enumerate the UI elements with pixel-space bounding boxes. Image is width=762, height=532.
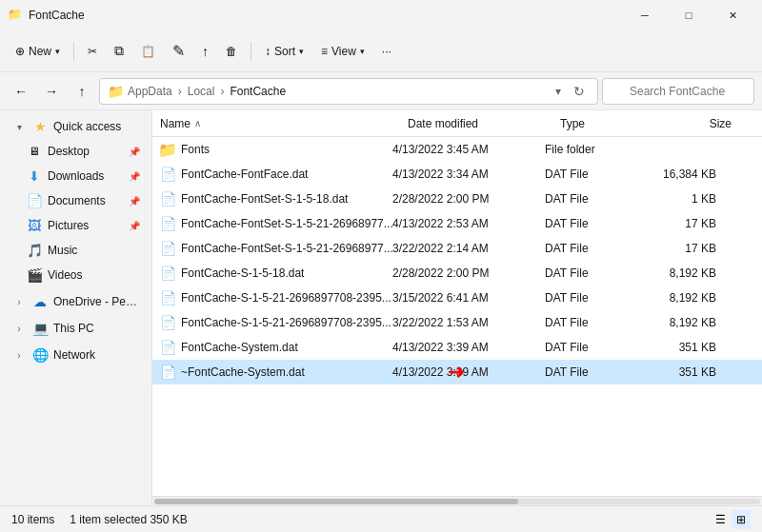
sidebar-desktop-label: Desktop — [48, 145, 123, 158]
minimize-button[interactable]: ─ — [623, 0, 667, 30]
column-header-type[interactable]: Type — [560, 117, 655, 130]
sidebar-item-music[interactable]: 🎵 Music — [4, 238, 148, 263]
close-button[interactable]: ✕ — [711, 0, 754, 30]
pictures-icon: 🖼 — [27, 218, 42, 233]
file-name: 📄 FontCache-S-1-5-21-2696897708-2395... — [160, 315, 392, 330]
table-row[interactable]: 📄 FontCache-S-1-5-21-2696897708-2395... … — [152, 310, 762, 335]
table-row[interactable]: 📄 FontCache-FontSet-S-1-5-21-26968977...… — [152, 236, 762, 261]
delete-button[interactable]: 🗑 — [218, 36, 245, 67]
sort-button[interactable]: ↕ Sort ▾ — [257, 36, 311, 67]
forward-button[interactable]: → — [38, 78, 65, 105]
delete-icon: 🗑 — [226, 45, 237, 58]
file-date: 4/13/2022 3:39 AM — [392, 365, 545, 379]
list-view-button[interactable]: ⊞ — [732, 510, 751, 529]
sidebar-quick-access-label: Quick access — [53, 120, 140, 133]
sidebar-item-pictures[interactable]: 🖼 Pictures 📌 — [4, 213, 148, 238]
file-icon: 📄 — [160, 266, 175, 281]
share-button[interactable]: ↑ — [194, 36, 216, 67]
horizontal-scrollbar[interactable] — [152, 496, 762, 505]
copy-button[interactable]: ⧉ — [107, 36, 131, 67]
sidebar-item-documents[interactable]: 📄 Documents 📌 — [4, 188, 148, 213]
copy-icon: ⧉ — [114, 43, 124, 59]
column-header-date[interactable]: Date modified — [408, 117, 560, 130]
breadcrumb-part-2: Local — [188, 85, 215, 98]
maximize-button[interactable]: □ — [667, 0, 711, 30]
item-count: 10 items — [11, 513, 54, 526]
videos-icon: 🎬 — [27, 267, 42, 283]
paste-icon: 📋 — [141, 45, 155, 58]
paste-button[interactable]: 📋 — [133, 36, 163, 67]
scrollbar-track — [154, 499, 760, 504]
table-row[interactable]: 📄 FontCache-FontSet-S-1-5-18.dat 2/28/20… — [152, 187, 762, 211]
onedrive-expand-icon: › — [11, 294, 27, 309]
sort-icon: ↕ — [265, 45, 271, 58]
refresh-button[interactable]: ↻ — [569, 81, 590, 102]
sidebar-pictures-label: Pictures — [48, 219, 123, 232]
downloads-icon: ⬇ — [27, 168, 42, 184]
sidebar-item-downloads[interactable]: ⬇ Downloads 📌 — [4, 164, 148, 188]
file-type: DAT File — [545, 192, 640, 206]
sidebar-item-onedrive[interactable]: › ☁ OneDrive - Persona — [4, 289, 148, 314]
selected-info: 1 item selected 350 KB — [70, 513, 187, 526]
desktop-icon: 🖥 — [27, 144, 42, 159]
file-size: 16,384 KB — [640, 167, 716, 181]
file-size: 8,192 KB — [640, 291, 716, 305]
back-button[interactable]: ← — [8, 78, 34, 105]
sidebar-item-thispc[interactable]: › 💻 This PC — [4, 316, 148, 341]
cut-button[interactable]: ✂ — [80, 36, 105, 67]
column-header-size[interactable]: Size — [655, 117, 732, 130]
file-icon: 📄 — [160, 241, 175, 256]
sidebar-item-desktop[interactable]: 🖥 Desktop 📌 — [4, 139, 148, 164]
file-icon: 📄 — [160, 216, 175, 231]
search-container: 🔍 — [602, 78, 754, 105]
sidebar-item-videos[interactable]: 🎬 Videos — [4, 263, 148, 287]
file-icon: 📄 — [160, 290, 175, 305]
sidebar-item-quick-access[interactable]: ▾ ★ Quick access — [4, 114, 148, 139]
file-size: 1 KB — [640, 192, 716, 206]
sidebar-section-network: › 🌐 Network — [0, 343, 151, 367]
sidebar-section-onedrive: › ☁ OneDrive - Persona — [0, 289, 151, 314]
address-bar[interactable]: 📁 AppData › Local › FontCache ▾ ↻ — [99, 78, 598, 105]
table-row[interactable]: 📄 FontCache-System.dat 4/13/2022 3:39 AM… — [152, 335, 762, 360]
table-row[interactable]: 📄 FontCache-FontSet-S-1-5-21-26968977...… — [152, 211, 762, 236]
rename-icon: ✎ — [172, 42, 185, 60]
title-bar-left: 📁 FontCache — [8, 8, 85, 23]
file-type: DAT File — [545, 167, 640, 181]
table-row[interactable]: 📄 FontCache-S-1-5-18.dat 2/28/2022 2:00 … — [152, 261, 762, 286]
breadcrumb-sep-2: › — [220, 85, 224, 98]
details-view-button[interactable]: ☰ — [711, 510, 730, 529]
column-header-name[interactable]: Name ∧ — [160, 117, 408, 130]
file-type: DAT File — [545, 365, 640, 379]
file-date: 3/15/2022 6:41 AM — [392, 291, 545, 305]
file-size: 351 KB — [640, 341, 716, 354]
file-type: DAT File — [545, 242, 640, 255]
address-dropdown-icon[interactable]: ▾ — [551, 83, 565, 100]
file-date: 4/13/2022 3:34 AM — [392, 167, 545, 181]
sidebar-item-network[interactable]: › 🌐 Network — [4, 343, 148, 367]
table-row[interactable]: 📁 Fonts 4/13/2022 3:45 AM File folder — [152, 137, 762, 162]
folder-icon: 📁 — [160, 142, 175, 157]
view-label: View — [331, 45, 356, 58]
sidebar-downloads-label: Downloads — [48, 169, 123, 183]
file-list-header: Name ∧ Date modified Type Size — [152, 110, 762, 137]
new-button[interactable]: ⊕ New ▾ — [8, 36, 68, 67]
view-button[interactable]: ≡ View ▾ — [313, 36, 372, 67]
search-input[interactable] — [602, 78, 754, 105]
file-size: 17 KB — [640, 242, 716, 255]
pictures-pin-icon: 📌 — [129, 221, 140, 231]
up-button[interactable]: ↑ — [69, 78, 95, 105]
downloads-pin-icon: 📌 — [129, 171, 140, 182]
new-chevron-icon: ▾ — [55, 47, 60, 56]
file-name: 📄 FontCache-FontSet-S-1-5-21-26968977... — [160, 241, 392, 256]
quick-access-icon: ★ — [32, 119, 48, 134]
file-date: 3/22/2022 1:53 AM — [392, 316, 545, 329]
table-row[interactable]: 📄 ~FontCache-System.dat 4/13/2022 3:39 A… — [152, 360, 762, 384]
rename-button[interactable]: ✎ — [165, 36, 192, 67]
breadcrumb-sep-1: › — [178, 85, 182, 98]
table-row[interactable]: 📄 FontCache-S-1-5-21-2696897708-2395... … — [152, 286, 762, 310]
thispc-icon: 💻 — [32, 321, 48, 336]
more-button[interactable]: ··· — [374, 36, 399, 67]
network-expand-icon: › — [11, 347, 27, 363]
file-icon: 📄 — [160, 340, 175, 355]
table-row[interactable]: 📄 FontCache-FontFace.dat 4/13/2022 3:34 … — [152, 162, 762, 187]
